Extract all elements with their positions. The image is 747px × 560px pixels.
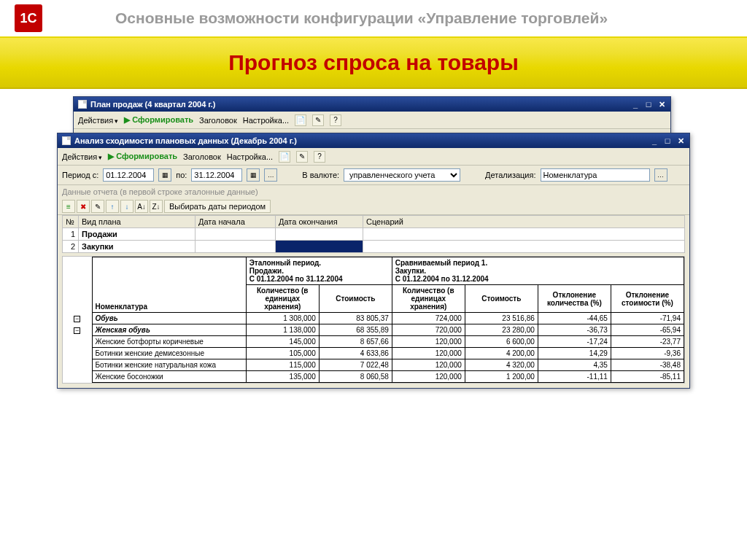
col-type: Вид плана — [79, 216, 196, 228]
document-icon — [62, 136, 71, 145]
col-ref-period: Эталонный период. Продажи. С 01.12.2004 … — [246, 257, 392, 285]
logo-1c: 1C — [15, 4, 42, 32]
col-qty-ref: Количество (в единицах хранения) — [246, 285, 319, 313]
col-scenario: Сценарий — [363, 216, 685, 228]
table-row[interactable]: −Женская обувь1 138,00068 355,89720,0002… — [63, 324, 684, 336]
edit-row-button[interactable]: ✎ — [91, 200, 104, 213]
window-analysis: Анализ сходимости плановых данных (Декаб… — [57, 133, 690, 389]
maximize-icon[interactable]: □ — [644, 100, 653, 109]
tree-toggle-icon[interactable]: − — [74, 316, 80, 322]
toolbar-icon-2[interactable]: ✎ — [296, 151, 308, 163]
col-cmp-period: Сравниваемый период 1. Закупки. С 01.12.… — [392, 257, 684, 285]
table-row[interactable]: −Обувь1 308,00083 805,37724,00023 516,86… — [63, 313, 684, 324]
header-button[interactable]: Заголовок — [183, 152, 221, 161]
window-titlebar-back[interactable]: План продаж (4 квартал 2004 г.) _ □ ✕ — [74, 97, 670, 112]
calendar-icon[interactable]: ▦ — [158, 168, 171, 182]
detail-label: Детализация: — [485, 171, 535, 179]
table-row[interactable]: Ботинки женские демисезонные105,0004 633… — [63, 348, 684, 359]
period-to-label: по: — [176, 171, 187, 179]
period-from-label: Период с: — [62, 171, 98, 179]
currency-select[interactable]: управленческого учета — [344, 168, 460, 182]
col-nomenclature: Номенклатура — [92, 257, 246, 313]
toolbar-front: Действия ▶ Сформировать Заголовок Настро… — [58, 148, 689, 166]
period-to-input[interactable] — [191, 168, 242, 182]
table-row[interactable]: Женские ботфорты коричневые145,0008 657,… — [63, 336, 684, 348]
toolbar-icon-1[interactable]: 📄 — [279, 151, 290, 163]
col-start: Дата начала — [196, 216, 276, 228]
section-label: Данные отчета (в первой строке эталонные… — [58, 185, 689, 198]
calendar-icon[interactable]: ▦ — [247, 168, 260, 182]
help-icon[interactable]: ? — [330, 114, 341, 126]
actions-menu[interactable]: Действия — [78, 116, 118, 125]
settings-button[interactable]: Настройка... — [243, 116, 289, 125]
close-icon[interactable]: ✕ — [676, 136, 685, 145]
title-band: Прогноз спроса на товары — [0, 36, 747, 89]
toolbar-back: Действия ▶ Сформировать Заголовок Настро… — [74, 112, 670, 129]
detail-dialog-button[interactable]: … — [654, 168, 667, 182]
filter-row: Период с: ▦ по: ▦ … В валюте: управленче… — [58, 166, 689, 185]
col-cost-ref: Стоимость — [319, 285, 392, 313]
col-cost-cmp: Стоимость — [465, 285, 538, 313]
document-icon — [78, 100, 87, 109]
toolbar-icon-2[interactable]: ✎ — [312, 114, 324, 126]
run-button[interactable]: ▶ Сформировать — [108, 152, 177, 161]
table-row[interactable]: Ботинки женские натуральная кожа115,0007… — [63, 359, 684, 371]
move-up-button[interactable]: ↑ — [106, 200, 119, 213]
minimize-icon[interactable]: _ — [650, 136, 659, 145]
window-title-back: План продаж (4 квартал 2004 г.) — [90, 100, 216, 109]
table-row[interactable]: 2Закупки — [63, 241, 685, 253]
sort-asc-button[interactable]: A↓ — [135, 200, 148, 213]
actions-menu[interactable]: Действия — [62, 152, 102, 161]
maximize-icon[interactable]: □ — [663, 136, 672, 145]
slide-header: 1C Основные возможности конфигурации «Уп… — [0, 0, 747, 36]
help-icon[interactable]: ? — [314, 151, 325, 163]
period-dates-button[interactable]: Выбирать даты периодом — [164, 200, 271, 213]
header-button[interactable]: Заголовок — [199, 116, 237, 125]
col-dev-cost: Отклонение стоимости (%) — [611, 285, 684, 313]
window-titlebar-front[interactable]: Анализ сходимости плановых данных (Декаб… — [58, 133, 689, 148]
report-table[interactable]: Номенклатура Эталонный период. Продажи. … — [63, 257, 684, 383]
settings-button[interactable]: Настройка... — [227, 152, 273, 161]
move-down-button[interactable]: ↓ — [120, 200, 133, 213]
mini-toolbar: ≡ ✖ ✎ ↑ ↓ A↓ Z↓ Выбирать даты периодом — [58, 198, 689, 215]
currency-label: В валюте: — [302, 171, 339, 179]
col-end: Дата окончания — [276, 216, 363, 228]
plan-grid[interactable]: № Вид плана Дата начала Дата окончания С… — [62, 215, 685, 253]
window-title-front: Анализ сходимости плановых данных (Декаб… — [74, 136, 297, 145]
slide-subtitle: Основные возможности конфигурации «Управ… — [115, 9, 608, 27]
tree-toggle-icon[interactable]: − — [74, 327, 80, 334]
col-dev-qty: Отклонение количества (%) — [538, 285, 611, 313]
run-button[interactable]: ▶ Сформировать — [124, 115, 193, 125]
add-row-button[interactable]: ≡ — [62, 200, 75, 213]
delete-row-button[interactable]: ✖ — [77, 200, 90, 213]
close-icon[interactable]: ✕ — [657, 100, 666, 109]
sort-desc-button[interactable]: Z↓ — [150, 200, 163, 213]
toolbar-icon-1[interactable]: 📄 — [295, 114, 306, 126]
report-area: Номенклатура Эталонный период. Продажи. … — [62, 256, 685, 384]
detail-input[interactable] — [541, 168, 650, 182]
period-dialog-button[interactable]: … — [264, 168, 277, 182]
minimize-icon[interactable]: _ — [631, 100, 640, 109]
slide-title: Прогноз спроса на товары — [228, 50, 519, 75]
period-from-input[interactable] — [103, 168, 154, 182]
col-qty-cmp: Количество (в единицах хранения) — [392, 285, 465, 313]
table-row[interactable]: 1Продажи — [63, 228, 685, 241]
table-row[interactable]: Женские босоножки135,0008 060,58120,0001… — [63, 371, 684, 383]
col-num: № — [63, 216, 79, 228]
